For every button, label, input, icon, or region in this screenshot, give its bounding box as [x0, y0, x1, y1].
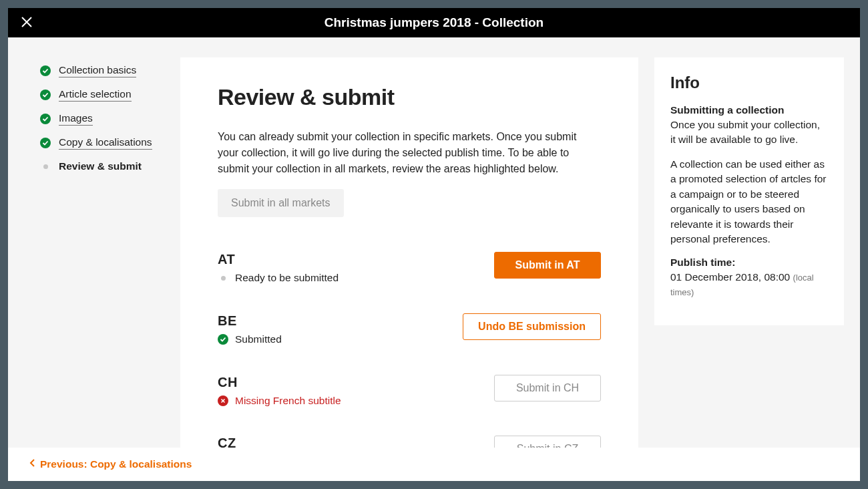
market-code: AT — [218, 252, 339, 267]
info-panel: Info Submitting a collection Once you su… — [654, 57, 844, 325]
market-status: Submitted — [218, 331, 282, 348]
nav-label: Review & submit — [59, 160, 142, 173]
nav-collection-basics[interactable]: Collection basics — [40, 59, 164, 83]
publish-time-heading: Publish time: — [670, 257, 828, 269]
check-icon — [40, 90, 51, 100]
nav-label: Collection basics — [59, 64, 136, 77]
info-text: A collection can be used either as a pro… — [670, 157, 828, 247]
market-info: AT Ready to be submitted — [218, 252, 339, 287]
status-text: Ready to be submitted — [235, 270, 339, 287]
nav-label: Copy & localisations — [59, 136, 152, 150]
market-row-be: BE Submitted Undo BE submission — [218, 300, 601, 361]
market-info: BE Submitted — [218, 313, 282, 348]
nav-images[interactable]: Images — [40, 107, 164, 131]
nav-copy-localisations[interactable]: Copy & localisations — [40, 131, 164, 155]
page-title: Review & submit — [218, 84, 601, 110]
status-text: Missing French subtitle — [235, 393, 341, 410]
modal-header: Christmas jumpers 2018 - Collection — [8, 8, 860, 37]
market-status: Ready to be submitted — [218, 270, 339, 287]
market-row-at: AT Ready to be submitted Submit in AT — [218, 238, 601, 300]
close-button[interactable] — [8, 8, 45, 37]
submit-all-button[interactable]: Submit in all markets — [218, 189, 344, 217]
intro-text: You can already submit your collection i… — [218, 129, 592, 177]
info-submit-heading: Submitting a collection — [670, 104, 828, 116]
main-panel: Review & submit You can already submit y… — [180, 57, 638, 448]
nav-label: Images — [59, 112, 93, 126]
nav-label: Article selection — [59, 88, 132, 102]
modal-body: Collection basics Article selection Imag… — [8, 37, 860, 448]
check-icon — [40, 114, 51, 124]
modal-window: Christmas jumpers 2018 - Collection Coll… — [8, 8, 860, 481]
dot-icon — [221, 276, 226, 281]
error-icon — [218, 395, 228, 406]
market-info: CH Missing French subtitle — [218, 375, 341, 410]
step-sidebar: Collection basics Article selection Imag… — [24, 57, 164, 448]
chevron-left-icon — [29, 458, 36, 470]
market-row-cz: CZ Missing Czech title Missing Czech su — [218, 422, 601, 448]
check-icon — [218, 334, 228, 345]
market-code: CH — [218, 375, 341, 390]
nav-review-submit[interactable]: Review & submit — [40, 155, 164, 178]
status-text: Submitted — [235, 331, 282, 348]
info-text: Once you submit your collection, it will… — [670, 118, 828, 148]
submit-ch-button: Submit in CH — [494, 375, 601, 401]
publish-time-value: 01 December 2018, 08:00 (local times) — [670, 270, 828, 300]
dot-icon — [43, 164, 48, 169]
publish-time-text: 01 December 2018, 08:00 — [670, 271, 790, 283]
submit-cz-button: Submit in CZ — [494, 436, 601, 448]
market-list: AT Ready to be submitted Submit in AT BE — [218, 238, 601, 448]
undo-be-button[interactable]: Undo BE submission — [463, 313, 601, 340]
market-row-ch: CH Missing French subtitle Submit in CH — [218, 361, 601, 423]
market-code: CZ — [218, 436, 338, 448]
market-info: CZ Missing Czech title Missing Czech su — [218, 436, 338, 448]
prev-label: Previous: Copy & localisations — [40, 458, 192, 470]
info-heading: Info — [670, 73, 828, 92]
check-icon — [40, 65, 51, 76]
nav-article-selection[interactable]: Article selection — [40, 83, 164, 107]
check-icon — [40, 138, 51, 148]
submit-at-button[interactable]: Submit in AT — [494, 252, 601, 279]
modal-title: Christmas jumpers 2018 - Collection — [8, 15, 860, 30]
market-code: BE — [218, 313, 282, 329]
modal-footer: Previous: Copy & localisations — [8, 448, 860, 481]
previous-step-link[interactable]: Previous: Copy & localisations — [29, 458, 192, 470]
close-icon — [21, 16, 33, 30]
market-status: Missing French subtitle — [218, 393, 341, 410]
